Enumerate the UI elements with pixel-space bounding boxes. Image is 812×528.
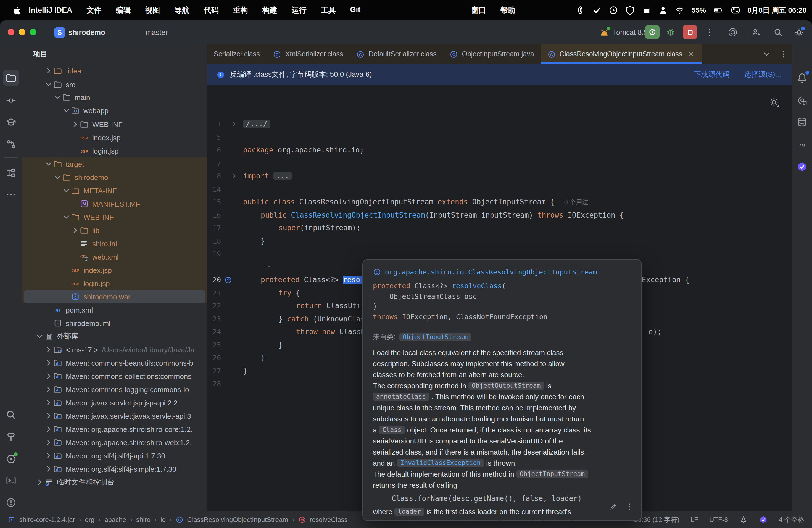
chevron-right-icon[interactable]	[44, 345, 53, 354]
status-pine-icon[interactable]	[739, 515, 748, 524]
editor-settings-gear-icon[interactable]	[769, 97, 779, 107]
close-window-button[interactable]	[8, 29, 14, 35]
code-line-16[interactable]: 16public ClassResolvingObjectInputStream…	[207, 208, 792, 221]
tree-item-临时文件和控制台[interactable]: 临时文件和控制台	[22, 475, 208, 489]
chevron-down-icon[interactable]	[62, 186, 71, 195]
search-everywhere-icon[interactable]	[773, 28, 783, 37]
tree-item-index.jsp[interactable]: JSPindex.jsp	[22, 131, 208, 144]
tree-item-login.jsp[interactable]: JSPlogin.jsp	[22, 144, 208, 157]
chevron-down-icon[interactable]	[62, 106, 71, 115]
tree-item-src[interactable]: src	[22, 78, 208, 91]
ai-at-icon[interactable]	[728, 28, 737, 37]
choose-sources-link[interactable]: 选择源(S)...	[744, 70, 781, 79]
code-line-1[interactable]: 1/.../	[207, 118, 792, 131]
menu-运行[interactable]: 运行	[285, 5, 314, 15]
breadcrumb-item[interactable]: ClassResolvingObjectInputStream	[187, 516, 288, 524]
edit-source-pencil-icon[interactable]	[609, 503, 618, 511]
tree-item-index.jsp[interactable]: JSPindex.jsp	[22, 263, 208, 277]
chevron-right-icon[interactable]	[44, 438, 53, 447]
settings-gear-icon[interactable]	[794, 28, 804, 37]
control-center-icon[interactable]	[731, 5, 740, 15]
zoom-window-button[interactable]	[30, 29, 37, 35]
tree-item-Maven: org.slf4j:slf4j-api:1.7.30[interactable]: Maven: org.slf4j:slf4j-api:1.7.30	[22, 449, 208, 462]
editor-tab-DefaultSerializer.class[interactable]: CDefaultSerializer.class	[350, 44, 443, 64]
tree-item-shirodemo.iml[interactable]: shirodemo.iml	[22, 317, 208, 330]
tool-notifications-icon[interactable]	[797, 72, 808, 84]
chevron-right-icon[interactable]	[44, 66, 53, 75]
chevron-down-icon[interactable]	[53, 173, 62, 182]
tree-item-.idea[interactable]: .idea	[22, 64, 208, 77]
status-item[interactable]: 4 个空格	[779, 515, 804, 524]
fold-chevron-icon[interactable]	[231, 121, 237, 128]
tree-item-Maven: org.apache.shiro:shiro-web:1.2.[interactable]: Maven: org.apache.shiro:shiro-web:1.2.	[22, 436, 208, 449]
tree-item-Maven: commons-logging:commons-lo[interactable]: Maven: commons-logging:commons-lo	[22, 383, 208, 396]
tab-list-chevron-icon[interactable]	[762, 50, 771, 59]
menu-Git[interactable]: Git	[343, 5, 368, 15]
tree-item-web.xml[interactable]: </>web.xml	[22, 250, 208, 263]
code-line-15[interactable]: 15public class ClassResolvingObjectInput…	[207, 195, 792, 208]
breadcrumb-item[interactable]: io	[160, 516, 166, 524]
chevron-right-icon[interactable]	[44, 465, 53, 473]
check-swirl-icon[interactable]	[592, 5, 601, 15]
breadcrumb-item[interactable]: org	[85, 516, 95, 524]
tool-terminal-icon[interactable]	[5, 475, 17, 486]
tree-item-main[interactable]: main	[22, 91, 208, 104]
download-sources-link[interactable]: 下载源代码	[694, 70, 730, 79]
rerun-button[interactable]	[645, 25, 659, 39]
more-actions-icon[interactable]	[705, 28, 714, 37]
tree-item-shiro.ini[interactable]: shiro.ini	[22, 237, 208, 250]
code-line-8[interactable]: 8import ...	[207, 170, 792, 182]
tool-build-hammer-icon[interactable]	[5, 431, 17, 442]
overrides-method-icon[interactable]	[224, 276, 232, 284]
chevron-right-icon[interactable]	[44, 451, 53, 460]
breadcrumb-item[interactable]: shiro-core-1.2.4.jar	[19, 516, 75, 524]
cat-app-icon[interactable]	[642, 5, 651, 15]
chevron-right-icon[interactable]	[44, 398, 53, 407]
tool-learn-icon[interactable]	[5, 117, 17, 128]
menu-重构[interactable]: 重构	[226, 5, 255, 15]
menu-窗口[interactable]: 窗口	[464, 5, 493, 15]
shield-icon[interactable]	[625, 5, 635, 15]
menu-intellij-idea[interactable]: IntelliJ IDEA	[21, 6, 79, 14]
tree-item-webapp[interactable]: webapp	[22, 104, 208, 117]
doc-link[interactable]: InvalidClassException	[397, 459, 484, 467]
chevron-right-icon[interactable]	[44, 358, 53, 367]
tool-project-folder-icon[interactable]	[5, 72, 17, 84]
code-line-7[interactable]: 7	[207, 157, 792, 170]
chevron-right-icon[interactable]	[44, 425, 53, 434]
inlay-settings-icon[interactable]	[261, 263, 273, 270]
tool-ai-assistant-icon[interactable]	[797, 95, 808, 106]
menu-文件[interactable]: 文件	[79, 5, 109, 15]
menu-帮助[interactable]: 帮助	[493, 5, 523, 15]
menu-工具[interactable]: 工具	[314, 5, 343, 15]
tree-item-Maven: commons-collections:commons[interactable]: Maven: commons-collections:commons	[22, 369, 208, 383]
play-circle-icon[interactable]	[609, 5, 618, 15]
popup-class-link[interactable]: C org.apache.shiro.io.ClassResolvingObje…	[373, 266, 634, 277]
tool-pull-requests-icon[interactable]	[5, 138, 17, 150]
tree-item-< ms-17 >[interactable]: < ms-17 >/Users/winter/Library/Java/Ja	[22, 343, 208, 356]
tree-item-外部库[interactable]: 外部库	[22, 330, 208, 343]
code-line-5[interactable]: 5	[207, 131, 792, 144]
chevron-right-icon[interactable]	[71, 226, 79, 235]
person-icon[interactable]	[658, 5, 668, 15]
menu-代码[interactable]: 代码	[197, 5, 226, 15]
from-class-chip[interactable]: ObjectInputStream	[400, 333, 471, 341]
breadcrumb-item[interactable]: resolveClass	[309, 516, 347, 524]
chevron-right-icon[interactable]	[71, 120, 79, 129]
tool-more-icon[interactable]	[5, 189, 17, 200]
tree-item-lib[interactable]: lib	[22, 224, 208, 237]
tree-item-login.jsp[interactable]: JSPlogin.jsp	[22, 277, 208, 290]
editor-tab-XmlSerializer.class[interactable]: CXmlSerializer.class	[266, 44, 350, 64]
chevron-right-icon[interactable]	[44, 372, 53, 381]
tree-item-META-INF[interactable]: META-INF	[22, 184, 208, 197]
chevron-right-icon[interactable]	[44, 385, 53, 394]
editor-tab-ClassResolvingObjectInputStream.class[interactable]: CClassResolvingObjectInputStream.class	[541, 44, 702, 64]
menubar-clock[interactable]: 8月8日 周五 06:28	[748, 5, 807, 15]
tree-item-Maven: javax.servlet:javax.servlet-api:3[interactable]: Maven: javax.servlet:javax.servlet-api:3	[22, 409, 208, 423]
vcs-branch-widget[interactable]: master	[134, 25, 176, 40]
minimize-window-button[interactable]	[19, 29, 25, 35]
popup-options-kebab-icon[interactable]	[625, 503, 634, 511]
breadcrumb-item[interactable]: shiro	[136, 516, 150, 524]
tree-item-target[interactable]: target	[22, 157, 208, 171]
editor-tab-Serializer.class[interactable]: Serializer.class	[207, 44, 266, 64]
